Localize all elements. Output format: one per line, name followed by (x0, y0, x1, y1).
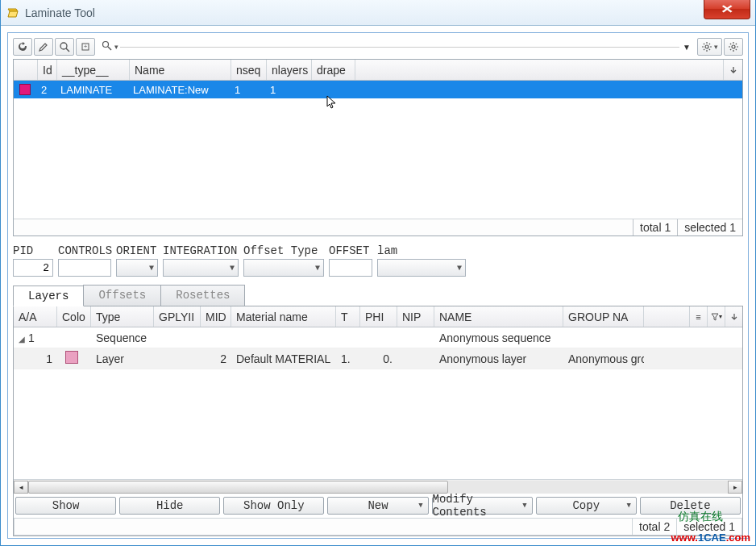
collapse-icon[interactable]: ◢ (19, 335, 25, 344)
laminate-table: Id __type__ Name nseq nlayers drape 2 LA… (13, 59, 743, 236)
refresh-button[interactable] (13, 38, 32, 56)
th-nseq[interactable]: nseq (231, 60, 267, 80)
cell-name: Anonymous sequence (434, 331, 563, 344)
lth-type[interactable]: Type (91, 306, 154, 327)
expand-button[interactable]: + (76, 38, 95, 56)
filter-icon[interactable]: ▾ (707, 306, 725, 327)
th-drape[interactable]: drape (312, 60, 355, 80)
lth-name[interactable]: NAME (434, 306, 563, 327)
controls-input[interactable] (58, 259, 111, 277)
scroll-right-icon[interactable]: ▸ (728, 481, 742, 494)
cell-aa: 1 (14, 352, 57, 365)
status-total: total 2 (632, 519, 676, 535)
lth-colo[interactable]: Colo (57, 306, 91, 327)
cell-name: LAMINATE:New (128, 84, 230, 96)
watermark-text: 仿真在线 (678, 510, 723, 524)
color-swatch (14, 84, 36, 95)
tab-rosettes[interactable]: Rosettes (160, 285, 245, 306)
svg-line-25 (736, 44, 737, 44)
tab-bar: Layers Offsets Rosettes (13, 285, 743, 306)
lam-select[interactable]: ▼ (377, 259, 466, 277)
cell-name: Anonymous layer (434, 352, 563, 365)
cell-nlayers: 1 (265, 84, 310, 96)
lam-label: lam (377, 244, 466, 257)
lth-gply[interactable]: GPLYII (154, 306, 201, 327)
pid-label: PID (13, 244, 53, 257)
lth-nip[interactable]: NIP (397, 306, 434, 327)
th-id[interactable]: Id (38, 60, 57, 80)
toolbar-dropdown[interactable]: ▼ (681, 43, 692, 52)
lth-group[interactable]: GROUP NA (563, 306, 644, 327)
scroll-left-icon[interactable]: ◂ (14, 481, 28, 494)
cell-mid: 2 (201, 352, 231, 365)
copy-button[interactable]: Copy (536, 497, 637, 515)
pid-input[interactable] (13, 259, 53, 277)
settings-button[interactable]: ▾ (697, 38, 722, 56)
settings-button-2[interactable] (724, 38, 743, 56)
color-swatch (65, 351, 78, 364)
th-swatch[interactable] (14, 60, 38, 80)
window-title: Laminate Tool (25, 6, 95, 19)
show-button[interactable]: Show (15, 497, 116, 515)
cell-colo (57, 351, 91, 366)
tab-layers[interactable]: Layers (13, 286, 84, 306)
svg-line-14 (709, 49, 710, 50)
lower-status-bar: total 2 selected 1 (14, 518, 742, 536)
th-nlayers[interactable]: nlayers (267, 60, 312, 80)
layers-table: A/A Colo Type GPLYII MID Material name T… (13, 306, 743, 536)
toolbar: + ▾ ▼ ▾ (13, 38, 743, 59)
cell-type: Sequence (91, 331, 154, 344)
lth-t[interactable]: T (336, 306, 360, 327)
offset-type-label: Offset Type (243, 244, 324, 257)
new-button[interactable]: New (327, 497, 428, 515)
hide-button[interactable]: Hide (119, 497, 220, 515)
cell-nseq: 1 (230, 84, 265, 96)
status-total: total 1 (633, 219, 677, 235)
svg-line-22 (730, 44, 731, 44)
orient-select[interactable]: ▼ (116, 259, 158, 277)
show-only-button[interactable]: Show Only (223, 497, 324, 515)
controls-label: CONTROLS (58, 244, 111, 257)
svg-line-16 (709, 44, 710, 44)
layer-row[interactable]: ◢1 Sequence Anonymous sequence (14, 327, 742, 348)
cell-type: LAMINATE (56, 84, 128, 96)
offset-type-select[interactable]: ▼ (243, 259, 324, 277)
table-header: Id __type__ Name nseq nlayers drape (14, 60, 742, 81)
svg-line-24 (730, 49, 731, 50)
brush-button[interactable] (34, 38, 53, 56)
watermark-url: www.1CAE.com (671, 531, 751, 544)
close-button[interactable]: ✕ (704, 0, 750, 19)
svg-line-7 (108, 47, 111, 50)
lth-mid[interactable]: MID (201, 306, 231, 327)
lth-phi[interactable]: PHI (360, 306, 397, 327)
lth-aa[interactable]: A/A (14, 306, 57, 327)
scroll-down-icon[interactable] (723, 60, 742, 80)
th-type[interactable]: __type__ (57, 60, 130, 80)
integration-select[interactable]: ▼ (163, 259, 239, 277)
lth-matn[interactable]: Material name (231, 306, 336, 327)
tab-offsets[interactable]: Offsets (83, 285, 161, 306)
svg-text:+: + (84, 43, 88, 50)
modify-contents-button[interactable]: Modify Contents (432, 497, 533, 515)
svg-point-8 (705, 45, 708, 48)
layer-row[interactable]: 1 Layer 2 Default MATERIAL 1. 0. Anonymo… (14, 348, 742, 369)
orient-label: ORIENT (116, 244, 158, 257)
offset-label: OFFSET (329, 244, 372, 257)
search-input[interactable] (120, 47, 679, 48)
integration-label: INTEGRATION (163, 244, 239, 257)
cell-phi: 0. (360, 352, 397, 365)
offset-input[interactable] (329, 259, 372, 277)
svg-point-6 (103, 41, 109, 47)
list-icon[interactable]: ≡ (689, 306, 707, 327)
horizontal-scrollbar[interactable]: ◂ ▸ (14, 479, 742, 494)
zoom-button[interactable] (55, 38, 74, 56)
table-row[interactable]: 2 LAMINATE LAMINATE:New 1 1 (14, 81, 742, 98)
titlebar: Laminate Tool ✕ (1, 0, 755, 26)
cell-id: 2 (36, 84, 56, 96)
svg-line-23 (736, 49, 737, 50)
cell-group: Anonymous group (563, 352, 644, 365)
th-name[interactable]: Name (130, 60, 231, 80)
scroll-down-icon[interactable] (725, 306, 742, 327)
svg-line-13 (704, 44, 704, 44)
svg-marker-1 (8, 11, 18, 17)
